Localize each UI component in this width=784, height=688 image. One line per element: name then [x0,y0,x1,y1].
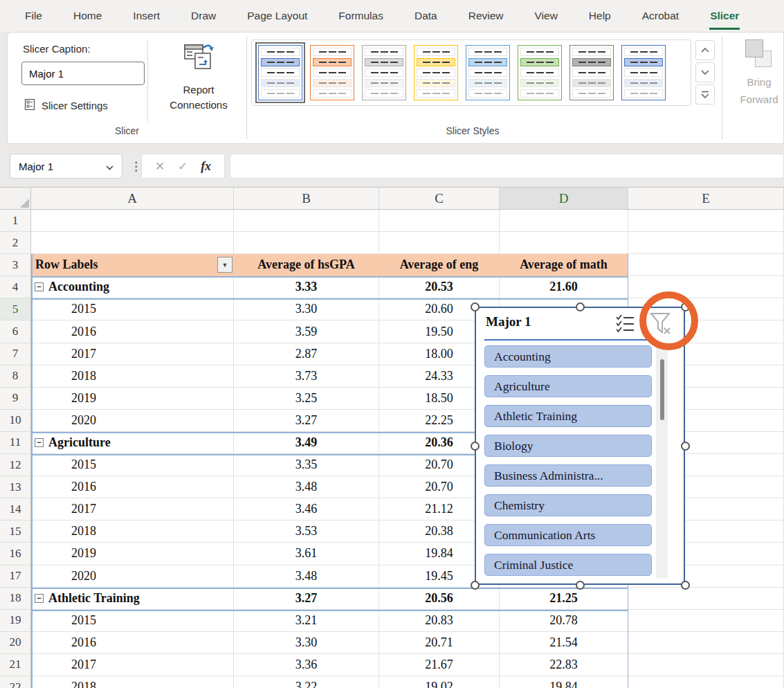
row-header-1[interactable]: 1 [0,210,31,232]
cell-d20[interactable]: 21.54 [500,632,628,654]
tab-slicer[interactable]: Slicer [710,0,739,32]
cell-c1[interactable] [379,210,500,232]
row-header-11[interactable]: 11 [0,432,31,454]
tab-file[interactable]: File [25,0,42,32]
row-header-13[interactable]: 13 [0,476,31,498]
cell-b15[interactable]: 3.53 [234,520,379,543]
report-connections-button[interactable]: Report Connections [154,37,243,125]
cell-d4[interactable]: 21.60 [500,276,628,298]
tab-data[interactable]: Data [414,0,437,32]
tab-home[interactable]: Home [73,0,102,32]
cell-a1[interactable] [31,210,234,232]
tab-insert[interactable]: Insert [133,0,160,32]
row-header-22[interactable]: 22 [0,676,31,688]
cell-c2[interactable] [379,232,500,254]
cell-a13[interactable]: 2016 [31,476,234,498]
cell-b7[interactable]: 2.87 [234,343,379,365]
cell-b12[interactable]: 3.35 [234,454,379,476]
cell-b14[interactable]: 3.46 [234,498,379,520]
tab-acrobat[interactable]: Acrobat [642,0,679,32]
row-header-19[interactable]: 19 [0,610,31,632]
slicer-style-gold[interactable] [414,45,458,100]
bring-forward-button[interactable]: Bring Forward [729,39,784,108]
slicer-item-business-administra[interactable]: Business Administra... [484,464,652,487]
slicer-settings-button[interactable]: Slicer Settings [24,99,108,112]
cell-a15[interactable]: 2018 [31,520,234,543]
slicer-item-criminal-justice[interactable]: Criminal Justice [484,554,652,576]
cell-a3[interactable]: Row Labels▼ [31,254,234,276]
row-header-10[interactable]: 10 [0,410,31,432]
cell-e1[interactable] [628,210,784,232]
collapse-toggle-icon[interactable]: − [35,438,44,447]
slicer-item-biology[interactable]: Biology [484,435,652,457]
cell-a8[interactable]: 2018 [31,365,234,388]
cell-d22[interactable]: 19.84 [500,676,628,688]
gallery-scroll-down-button[interactable] [695,62,715,82]
cell-e4[interactable] [628,276,784,298]
column-header-b[interactable]: B [234,188,379,210]
cell-b16[interactable]: 3.61 [234,543,379,565]
cell-a19[interactable]: 2015 [31,610,234,632]
gallery-more-button[interactable] [695,84,715,105]
slicer-resize-handle[interactable] [576,302,585,311]
cell-e2[interactable] [628,232,784,254]
insert-function-icon[interactable]: fx [201,159,211,174]
cell-d2[interactable] [500,232,628,254]
slicer-item-accounting[interactable]: Accounting [484,345,652,368]
slicer-resize-handle[interactable] [471,302,480,311]
cell-b17[interactable]: 3.48 [234,565,379,588]
cell-b5[interactable]: 3.30 [234,298,379,320]
cell-e20[interactable] [628,632,784,654]
collapse-toggle-icon[interactable]: − [35,282,44,291]
cell-c21[interactable]: 21.67 [379,654,500,676]
row-header-17[interactable]: 17 [0,565,31,588]
row-header-6[interactable]: 6 [0,320,31,343]
cell-c19[interactable]: 20.83 [379,610,500,632]
column-header-c[interactable]: C [379,188,500,210]
cell-b8[interactable]: 3.73 [234,365,379,388]
cell-d21[interactable]: 22.83 [500,654,628,676]
cell-b6[interactable]: 3.59 [234,320,379,343]
cell-a22[interactable]: 2018 [31,676,234,688]
slicer-resize-handle[interactable] [576,581,585,590]
slicer-resize-handle[interactable] [681,581,690,590]
row-header-20[interactable]: 20 [0,632,31,654]
row-header-8[interactable]: 8 [0,365,31,388]
slicer-scrollbar-thumb[interactable] [660,359,664,420]
cell-e18[interactable] [628,588,784,610]
cell-c22[interactable]: 19.02 [379,676,500,688]
collapse-toggle-icon[interactable]: − [35,594,44,603]
cell-a5[interactable]: 2015 [31,298,234,320]
cell-a17[interactable]: 2020 [31,565,234,588]
tab-formulas[interactable]: Formulas [338,0,383,32]
slicer-item-athletic-training[interactable]: Athletic Training [484,405,652,427]
slicer-shape[interactable]: Major 1 AccountingAgricultureAthletic Tr… [475,307,685,585]
slicer-item-communication-arts[interactable]: Communication Arts [484,524,652,546]
row-header-5[interactable]: 5 [0,298,31,320]
row-header-7[interactable]: 7 [0,343,31,365]
tab-draw[interactable]: Draw [191,0,216,32]
column-header-d[interactable]: D [500,188,628,210]
cell-a14[interactable]: 2017 [31,498,234,520]
cell-b19[interactable]: 3.21 [234,610,379,632]
cell-a4[interactable]: −Accounting [31,276,234,298]
slicer-style-light-blue[interactable] [258,45,302,100]
cell-c3[interactable]: Average of eng [379,254,500,276]
cell-a6[interactable]: 2016 [31,320,234,343]
multi-select-icon[interactable] [616,314,635,336]
slicer-item-chemistry[interactable]: Chemistry [484,494,652,516]
gallery-scroll-up-button[interactable] [695,40,715,60]
cell-c18[interactable]: 20.56 [379,588,500,610]
cell-a21[interactable]: 2017 [31,654,234,676]
cell-b21[interactable]: 3.36 [234,654,379,676]
column-header-a[interactable]: A [31,188,234,210]
formula-input[interactable] [230,154,784,179]
slicer-style-navy[interactable] [621,45,666,100]
tab-review[interactable]: Review [468,0,504,32]
row-header-21[interactable]: 21 [0,654,31,676]
slicer-resize-handle[interactable] [681,442,690,451]
row-header-14[interactable]: 14 [0,498,31,520]
cell-e3[interactable] [628,254,784,276]
cell-a18[interactable]: −Athletic Training [31,588,234,610]
slicer-style-orange[interactable] [310,45,354,100]
